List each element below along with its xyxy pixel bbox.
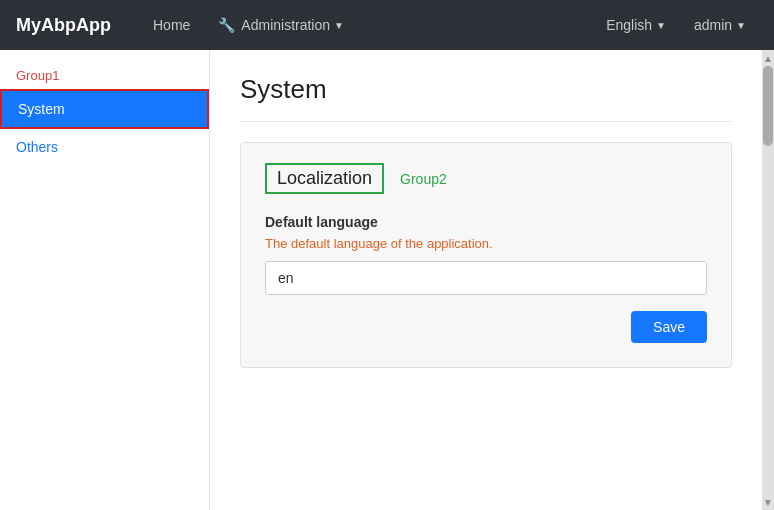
field-description: The default language of the application. — [265, 236, 707, 251]
chevron-down-icon: ▼ — [656, 20, 666, 31]
sidebar-group-label: Group1 — [0, 64, 209, 89]
nav-administration[interactable]: 🔧 Administration ▼ — [206, 11, 356, 39]
save-button[interactable]: Save — [631, 311, 707, 343]
wrench-icon: 🔧 — [218, 17, 235, 33]
chevron-down-icon: ▼ — [736, 20, 746, 31]
app-brand: MyAbpApp — [16, 15, 111, 36]
card-title: Localization — [265, 163, 384, 194]
card-header: Localization Group2 — [265, 163, 707, 194]
main-container: Group1 System Others System Localization… — [0, 50, 774, 510]
navbar-right: English ▼ admin ▼ — [594, 11, 758, 39]
scroll-up-button[interactable]: ▲ — [762, 50, 774, 66]
nav-admin[interactable]: admin ▼ — [682, 11, 758, 39]
scrollbar-thumb[interactable] — [763, 66, 773, 146]
scroll-down-button[interactable]: ▼ — [762, 494, 774, 510]
sidebar-item-others[interactable]: Others — [0, 129, 209, 165]
scrollbar-track: ▲ ▼ — [762, 50, 774, 510]
card-footer: Save — [265, 311, 707, 343]
sidebar: Group1 System Others — [0, 50, 210, 510]
nav-language[interactable]: English ▼ — [594, 11, 678, 39]
divider — [240, 121, 732, 122]
settings-card: Localization Group2 Default language The… — [240, 142, 732, 368]
nav-home[interactable]: Home — [141, 11, 202, 39]
content-area: System Localization Group2 Default langu… — [210, 50, 762, 510]
navbar: MyAbpApp Home 🔧 Administration ▼ English… — [0, 0, 774, 50]
sidebar-item-system[interactable]: System — [0, 89, 209, 129]
field-label: Default language — [265, 214, 707, 230]
chevron-down-icon: ▼ — [334, 20, 344, 31]
language-input[interactable] — [265, 261, 707, 295]
page-title: System — [240, 74, 732, 105]
card-group-label: Group2 — [400, 171, 447, 187]
nav-links: Home 🔧 Administration ▼ — [141, 11, 594, 39]
